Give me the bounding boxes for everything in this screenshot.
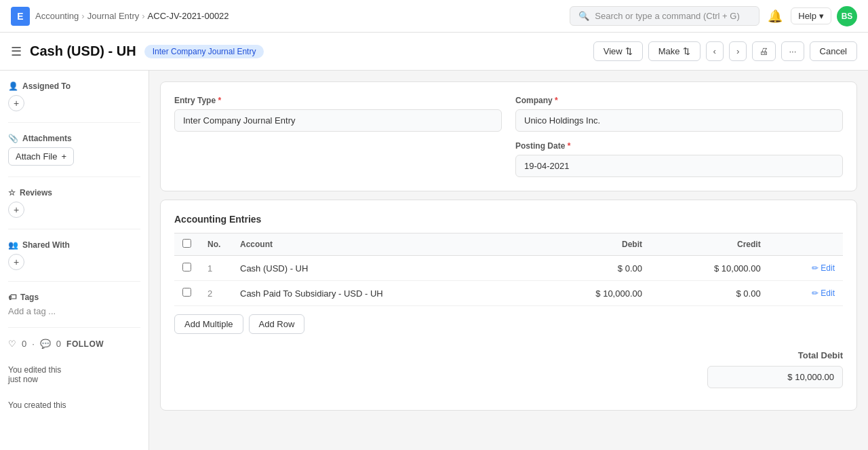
activity-line3: You created this xyxy=(8,400,140,410)
reviews-add-button[interactable]: + xyxy=(8,202,24,218)
user-icon: 👤 xyxy=(8,81,18,91)
form-grid: Entry Type * Inter Company Journal Entry… xyxy=(174,96,843,177)
posting-date-field[interactable]: 19-04-2021 xyxy=(515,155,843,177)
attach-plus-icon: + xyxy=(61,151,66,162)
row-edit-button[interactable]: ✏ Edit xyxy=(769,256,843,281)
page-title: Cash (USD) - UH xyxy=(30,43,136,59)
search-icon: 🔍 xyxy=(578,11,589,21)
col-no: No. xyxy=(199,233,232,256)
help-menu[interactable]: Help ▾ xyxy=(791,7,831,24)
attach-file-button[interactable]: Attach File + xyxy=(8,147,74,166)
table-row: 2 Cash Paid To Subsidiary - USD - UH $ 1… xyxy=(174,281,843,306)
row-checkbox-0[interactable] xyxy=(182,263,191,271)
divider-5 xyxy=(8,327,140,328)
assigned-to-add-button[interactable]: + xyxy=(8,95,24,111)
row-checkbox-cell xyxy=(174,281,199,306)
company-label: Company * xyxy=(515,96,843,105)
search-placeholder: Search or type a command (Ctrl + G) xyxy=(595,11,740,21)
form-card: Entry Type * Inter Company Journal Entry… xyxy=(160,81,857,191)
tags-label: 🏷 Tags xyxy=(8,293,140,302)
accounting-entries-title: Accounting Entries xyxy=(174,214,843,225)
record-type-badge: Inter Company Journal Entry xyxy=(144,45,264,58)
posting-date-required: * xyxy=(568,141,571,151)
avatar[interactable]: BS xyxy=(837,6,857,26)
col-account: Account xyxy=(232,233,532,256)
entry-type-field[interactable]: Inter Company Journal Entry xyxy=(174,109,502,132)
table-row: 1 Cash (USD) - UH $ 0.00 $ 10,000.00 ✏ E… xyxy=(174,256,843,281)
col-actions xyxy=(769,233,843,256)
attachments-label: 📎 Attachments xyxy=(8,134,140,143)
col-debit: Debit xyxy=(532,233,650,256)
shared-with-add-button[interactable]: + xyxy=(8,254,24,270)
posting-date-group: Posting Date * 19-04-2021 xyxy=(515,141,843,177)
divider-3 xyxy=(8,229,140,229)
breadcrumb-journal-entry[interactable]: Journal Entry xyxy=(87,11,140,21)
dot-separator: · xyxy=(32,339,35,349)
comment-icon[interactable]: 💬 xyxy=(40,339,51,349)
attach-label: Attach File xyxy=(16,151,57,162)
next-button[interactable]: › xyxy=(729,41,747,61)
row-credit: $ 10,000.00 xyxy=(650,256,769,281)
tags-section: 🏷 Tags Add a tag ... xyxy=(8,293,140,316)
notifications-icon[interactable]: 🔔 xyxy=(765,6,785,26)
breadcrumb-accounting[interactable]: Accounting xyxy=(35,11,79,21)
divider-4 xyxy=(8,281,140,282)
shared-icon: 👥 xyxy=(8,240,18,250)
app-logo[interactable]: E xyxy=(11,7,30,26)
shared-with-section: 👥 Shared With + xyxy=(8,240,140,270)
page-actions: View ⇅ Make ⇅ ‹ › 🖨 ··· Cancel xyxy=(593,41,857,61)
sidebar: 👤 Assigned To + 📎 Attachments Attach Fil… xyxy=(0,71,149,450)
accounting-table: No. Account Debit Credit 1 Cash (USD) - … xyxy=(174,233,843,306)
breadcrumb: Accounting › Journal Entry › ACC-JV-2021… xyxy=(35,11,229,21)
cancel-button[interactable]: Cancel xyxy=(810,41,857,61)
divider-1 xyxy=(8,122,140,123)
sidebar-toggle-icon[interactable]: ☰ xyxy=(11,44,22,59)
breadcrumb-record[interactable]: ACC-JV-2021-00022 xyxy=(148,11,229,21)
col-credit: Credit xyxy=(650,233,769,256)
table-footer: Add Multiple Add Row xyxy=(174,306,843,342)
shared-with-label: 👥 Shared With xyxy=(8,240,140,250)
company-group: Company * Unico Holdings Inc. xyxy=(515,96,843,132)
prev-button[interactable]: ‹ xyxy=(706,41,724,61)
row-checkbox-1[interactable] xyxy=(182,288,191,297)
assigned-to-label: 👤 Assigned To xyxy=(8,81,140,91)
reviews-section: ☆ Reviews + xyxy=(8,188,140,218)
total-debit-value: $ 10,000.00 xyxy=(707,366,843,388)
entry-type-group: Entry Type * Inter Company Journal Entry xyxy=(174,96,502,177)
row-edit-button[interactable]: ✏ Edit xyxy=(769,281,843,306)
tag-icon: 🏷 xyxy=(8,293,16,302)
print-button[interactable]: 🖨 xyxy=(752,41,776,61)
row-credit: $ 0.00 xyxy=(650,281,769,306)
star-icon: ☆ xyxy=(8,188,16,198)
make-chevron-icon: ⇅ xyxy=(683,46,690,56)
make-button[interactable]: Make ⇅ xyxy=(648,41,701,61)
total-debit-label: Total Debit xyxy=(798,350,843,360)
search-bar[interactable]: 🔍 Search or type a command (Ctrl + G) xyxy=(570,6,760,26)
row-account: Cash Paid To Subsidiary - USD - UH xyxy=(232,281,532,306)
entry-type-label: Entry Type * xyxy=(174,96,502,105)
more-options-button[interactable]: ··· xyxy=(781,41,804,61)
reviews-label: ☆ Reviews xyxy=(8,188,140,198)
activity-line1: You edited this just now xyxy=(8,365,140,384)
row-no: 2 xyxy=(199,281,232,306)
assigned-to-section: 👤 Assigned To + xyxy=(8,81,140,111)
follow-button[interactable]: FOLLOW xyxy=(66,339,104,349)
add-row-button[interactable]: Add Row xyxy=(249,314,305,334)
entry-type-required: * xyxy=(218,96,221,105)
likes-count: 0 xyxy=(22,339,26,349)
page-header: ☰ Cash (USD) - UH Inter Company Journal … xyxy=(0,33,868,71)
row-account: Cash (USD) - UH xyxy=(232,256,532,281)
company-field[interactable]: Unico Holdings Inc. xyxy=(515,109,843,132)
paperclip-icon: 📎 xyxy=(8,134,18,143)
view-button[interactable]: View ⇅ xyxy=(593,41,643,61)
like-icon[interactable]: ♡ xyxy=(8,339,16,349)
select-all-checkbox[interactable] xyxy=(182,239,191,248)
col-check xyxy=(174,233,199,256)
right-form-group: Company * Unico Holdings Inc. Posting Da… xyxy=(515,96,843,177)
topnav-actions: 🔔 Help ▾ BS xyxy=(765,6,857,26)
row-checkbox-cell xyxy=(174,256,199,281)
add-tag-input[interactable]: Add a tag ... xyxy=(8,306,140,316)
row-no: 1 xyxy=(199,256,232,281)
row-debit: $ 0.00 xyxy=(532,256,650,281)
add-multiple-button[interactable]: Add Multiple xyxy=(174,314,243,334)
